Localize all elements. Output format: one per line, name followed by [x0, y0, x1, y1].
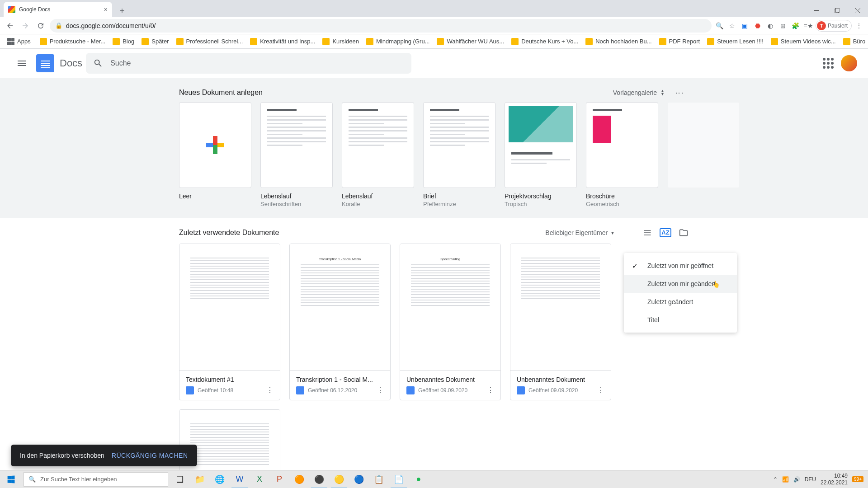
extension-icon[interactable]: ⬣	[752, 20, 763, 31]
document-card[interactable]: Transkription 1 - Social MediaTranskript…	[289, 244, 391, 400]
bookmark-item[interactable]: Professionell Schrei...	[173, 36, 247, 47]
template-name: Lebenslauf	[260, 192, 333, 200]
folder-icon	[250, 38, 257, 45]
chrome-menu-icon[interactable]: ⋮	[854, 20, 864, 31]
doc-date: Geöffnet 09.09.2020	[528, 387, 594, 394]
language-indicator[interactable]: DEU	[805, 476, 816, 483]
chrome-icon[interactable]: 🟡	[329, 470, 349, 488]
templates-more-button[interactable]: ⋮	[670, 89, 689, 96]
search-input[interactable]: Suche	[86, 53, 411, 74]
tray-chevron-icon[interactable]: ⌃	[773, 476, 778, 483]
doc-more-button[interactable]: ⋮	[487, 386, 494, 394]
sort-menu-item[interactable]: Zuletzt von mir geändert👆	[624, 275, 737, 293]
wifi-icon[interactable]: 📶	[782, 476, 789, 483]
new-tab-button[interactable]: +	[116, 5, 128, 17]
powerpoint-icon[interactable]: P	[269, 470, 289, 488]
open-file-picker-button[interactable]	[678, 227, 689, 238]
folder-icon	[771, 38, 778, 45]
obs-icon[interactable]: ⚫	[309, 470, 329, 488]
document-card[interactable]: SpeedreadingUnbenanntes DokumentGeöffnet…	[400, 244, 501, 400]
clock[interactable]: 10:49 22.02.2021	[821, 473, 848, 486]
bookmark-item[interactable]: Steuern Videos wic...	[767, 36, 840, 47]
doc-more-button[interactable]: ⋮	[266, 386, 274, 394]
undo-button[interactable]: RÜCKGÄNGIG MACHEN	[112, 452, 188, 459]
bookmark-item[interactable]: Kreativität und Insp...	[246, 36, 319, 47]
spotify-icon[interactable]: ●	[409, 470, 429, 488]
main-menu-button[interactable]	[11, 52, 33, 74]
sort-menu-item[interactable]: ✓Zuletzt von mir geöffnet	[624, 257, 737, 275]
bookmark-item[interactable]: Kursideen	[319, 36, 363, 47]
start-button[interactable]	[0, 470, 22, 488]
close-window-button[interactable]	[847, 4, 868, 17]
template-card[interactable]: LebenslaufKoralle	[342, 102, 414, 207]
doc-more-button[interactable]: ⋮	[377, 386, 384, 394]
bookmark-item[interactable]: Büro	[840, 36, 868, 47]
excel-icon[interactable]: X	[250, 470, 269, 488]
extension-icon[interactable]: ▣	[740, 20, 750, 31]
taskbar-app-icon[interactable]: 📋	[369, 470, 389, 488]
template-subtitle: Tropisch	[505, 201, 577, 207]
owner-filter-dropdown[interactable]: Beliebiger Eigentümer ▼	[545, 229, 615, 236]
bookmark-star-icon[interactable]: ☆	[727, 20, 738, 31]
extensions-puzzle-icon[interactable]: 🧩	[790, 20, 801, 31]
bookmark-item[interactable]: Deutsche Kurs + Vo...	[508, 36, 582, 47]
notifications-button[interactable]: 99+	[852, 476, 863, 482]
taskbar-app-icon[interactable]: 🟠	[289, 470, 309, 488]
zoom-icon[interactable]: 🔍	[714, 20, 725, 31]
minimize-button[interactable]	[806, 4, 826, 17]
toast-message: In den Papierkorb verschoben	[20, 452, 104, 459]
notepad-icon[interactable]: 📄	[389, 470, 409, 488]
reload-button[interactable]	[34, 19, 47, 32]
document-card[interactable]: Textdokument #1Geöffnet 10:48⋮	[179, 244, 280, 400]
url-field[interactable]: 🔒 docs.google.com/document/u/0/	[50, 19, 712, 33]
sort-menu: ✓Zuletzt von mir geöffnetZuletzt von mir…	[624, 253, 737, 333]
bookmark-item[interactable]: Produktsuche - Mer...	[36, 36, 109, 47]
docs-logo-icon[interactable]	[36, 54, 54, 72]
bookmarks-bar: Apps Produktsuche - Mer...BlogSpäterProf…	[0, 34, 868, 49]
sort-options-button[interactable]: AZ	[660, 227, 671, 238]
template-card[interactable]: BroschüreGeometrisch	[586, 102, 658, 207]
apps-shortcut[interactable]: Apps	[4, 36, 34, 47]
task-view-button[interactable]: ❏	[170, 470, 190, 488]
maximize-button[interactable]	[826, 4, 847, 17]
doc-more-button[interactable]: ⋮	[597, 386, 604, 394]
reading-list-icon[interactable]: ≡★	[803, 20, 814, 31]
bookmark-item[interactable]: Wahlfächer WU Aus...	[433, 36, 508, 47]
list-view-button[interactable]	[642, 227, 653, 238]
search-icon: 🔍	[28, 476, 36, 483]
tab-close-icon[interactable]: ×	[104, 6, 108, 13]
bookmark-item[interactable]: Mindmapping (Gru...	[363, 36, 434, 47]
template-card[interactable]: BriefPfefferminze	[423, 102, 495, 207]
bookmark-item[interactable]: Noch hochladen Bu...	[582, 36, 655, 47]
bookmark-item[interactable]: Später	[138, 36, 172, 47]
template-subtitle: Geometrisch	[586, 201, 658, 207]
file-explorer-icon[interactable]: 📁	[190, 470, 210, 488]
bookmark-item[interactable]: Blog	[109, 36, 138, 47]
template-card[interactable]: ProjektvorschlagTropisch	[505, 102, 577, 207]
search-icon	[93, 58, 103, 68]
forward-button[interactable]	[19, 19, 32, 32]
taskbar-app-icon[interactable]: 🌐	[210, 470, 230, 488]
bookmark-item[interactable]: PDF Report	[656, 36, 704, 47]
sort-menu-item[interactable]: Zuletzt geändert	[624, 293, 737, 311]
word-icon[interactable]: W	[230, 470, 250, 488]
taskbar-search[interactable]: 🔍 Zur Suche Text hier eingeben	[24, 472, 168, 487]
template-card[interactable]: Leer	[179, 102, 251, 207]
folder-icon	[659, 38, 666, 45]
template-card[interactable]: LebenslaufSerifenschriften	[260, 102, 333, 207]
bookmark-item[interactable]: Steuern Lesen !!!!	[703, 36, 767, 47]
back-button[interactable]	[4, 19, 16, 32]
volume-icon[interactable]: 🔊	[793, 476, 800, 483]
edge-icon[interactable]: 🔵	[349, 470, 369, 488]
sort-menu-item[interactable]: Titel	[624, 311, 737, 329]
extension-icon[interactable]: ⊞	[778, 20, 788, 31]
document-card[interactable]: Unbenanntes DokumentGeöffnet 09.09.2020⋮	[510, 244, 611, 400]
profile-button[interactable]: T Pausiert	[816, 20, 852, 32]
template-name: Broschüre	[586, 192, 658, 200]
browser-tab[interactable]: Google Docs ×	[4, 2, 112, 17]
template-gallery-button[interactable]: Vorlagengalerie ▲▼	[613, 89, 665, 96]
google-apps-button[interactable]	[823, 58, 834, 69]
caret-down-icon: ▼	[610, 230, 615, 235]
account-avatar[interactable]	[841, 55, 857, 71]
extension-icon[interactable]: ◐	[765, 20, 776, 31]
